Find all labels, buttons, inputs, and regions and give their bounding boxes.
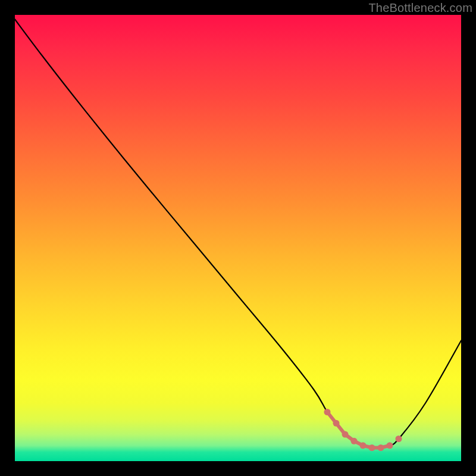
highlight-dot xyxy=(333,420,340,427)
highlight-dot xyxy=(396,436,402,442)
chart-overlay xyxy=(15,15,461,461)
plot-area xyxy=(15,15,461,461)
watermark-text: TheBottleneck.com xyxy=(368,1,472,15)
highlight-dot xyxy=(360,442,367,449)
highlight-dot xyxy=(378,444,384,451)
highlight-dot xyxy=(387,442,393,449)
highlight-dot xyxy=(369,444,375,451)
highlight-dot xyxy=(324,409,331,415)
highlight-cap xyxy=(327,412,390,448)
highlight-dot xyxy=(342,431,349,438)
chart-frame: TheBottleneck.com xyxy=(0,0,476,476)
highlight-dots xyxy=(324,409,402,451)
highlight-dot xyxy=(351,438,358,444)
bottleneck-curve xyxy=(15,20,461,449)
